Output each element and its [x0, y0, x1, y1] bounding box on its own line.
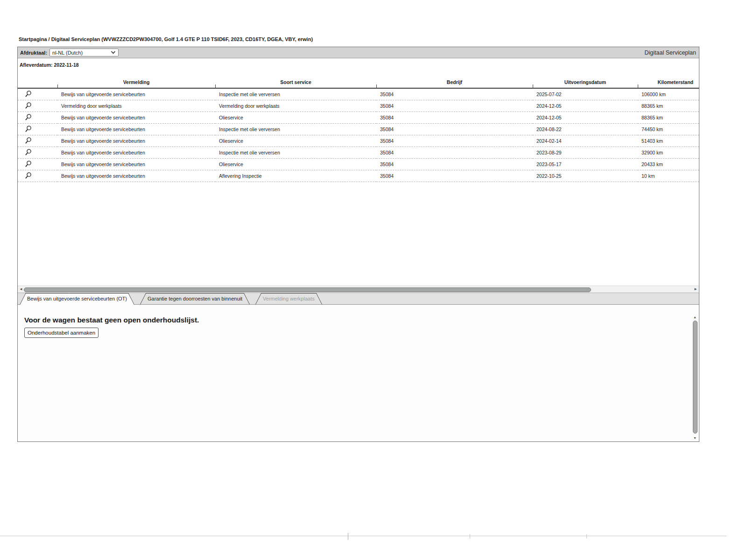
- table-row[interactable]: Bewijs van uitgevoerde servicebeurten Af…: [18, 170, 699, 182]
- cell-icon: [18, 100, 57, 112]
- cell-bedrijf: 35084: [376, 100, 533, 112]
- magnifier-icon[interactable]: [24, 137, 32, 145]
- cell-bedrijf: 35084: [376, 124, 533, 135]
- cell-uitvoeringsdatum: 2022-10-25: [533, 170, 638, 182]
- cell-vermelding: Bewijs van uitgevoerde servicebeurten: [57, 147, 215, 159]
- tab-workshop-note: Vermelding werkplaats: [255, 293, 322, 304]
- vertical-scrollbar-track[interactable]: [692, 320, 698, 436]
- table-row[interactable]: Bewijs van uitgevoerde servicebeurten In…: [18, 88, 699, 100]
- cell-kilometerstand: 51403 km: [638, 135, 699, 147]
- cell-soort-service: Olieservice: [215, 135, 376, 147]
- cell-icon: [18, 135, 57, 147]
- vertical-scrollbar-thumb[interactable]: [693, 321, 698, 434]
- cell-uitvoeringsdatum: 2024-12-05: [533, 100, 638, 112]
- tab-service-history[interactable]: Bewijs van uitgevoerde servicebeurten (O…: [20, 293, 134, 304]
- scroll-down-icon[interactable]: ▼: [693, 436, 697, 441]
- magnifier-icon[interactable]: [24, 90, 32, 98]
- scan-artifact-tick: [586, 534, 587, 539]
- tab-label: Bewijs van uitgevoerde servicebeurten (O…: [27, 296, 127, 301]
- cell-vermelding: Bewijs van uitgevoerde servicebeurten: [57, 135, 215, 147]
- service-history-table: Vermelding Soort service Bedrijf Uitvoer…: [18, 71, 699, 182]
- cell-bedrijf: 35084: [376, 88, 533, 100]
- horizontal-scrollbar[interactable]: ◄ ►: [18, 286, 699, 293]
- scan-artifact-line: [0, 536, 726, 536]
- magnifier-icon[interactable]: [24, 148, 32, 156]
- cell-bedrijf: 35084: [376, 112, 533, 124]
- titlebar: Afdruktaal: nl-NL (Dutch) Digitaal Servi…: [18, 47, 699, 58]
- cell-kilometerstand: 32900 km: [638, 147, 699, 159]
- scan-artifact-tick: [470, 534, 470, 539]
- table-header-row: Vermelding Soort service Bedrijf Uitvoer…: [18, 71, 699, 88]
- magnifier-icon[interactable]: [24, 172, 32, 180]
- vertical-scrollbar[interactable]: ▲ ▼: [692, 315, 698, 441]
- table-row[interactable]: Vermelding door werkplaats Vermelding do…: [18, 100, 699, 112]
- cell-vermelding: Bewijs van uitgevoerde servicebeurten: [57, 159, 215, 170]
- cell-soort-service: Olieservice: [215, 112, 376, 124]
- cell-icon: [18, 159, 57, 170]
- cell-soort-service: Vermelding door werkplaats: [215, 100, 376, 112]
- cell-uitvoeringsdatum: 2023-08-29: [533, 147, 638, 159]
- tab-rust-warranty[interactable]: Garantie tegen doorroesten van binnenuit: [140, 293, 250, 304]
- magnifier-icon[interactable]: [24, 102, 32, 110]
- table-row[interactable]: Bewijs van uitgevoerde servicebeurten Ol…: [18, 135, 699, 147]
- cell-kilometerstand: 10 km: [638, 170, 699, 182]
- cell-vermelding: Bewijs van uitgevoerde servicebeurten: [57, 170, 215, 182]
- cell-soort-service: Olieservice: [215, 159, 376, 170]
- cell-bedrijf: 35084: [376, 159, 533, 170]
- scroll-left-icon[interactable]: ◄: [19, 286, 23, 293]
- cell-kilometerstand: 88365 km: [638, 100, 699, 112]
- table-empty-area: [18, 182, 699, 286]
- cell-kilometerstand: 74450 km: [638, 124, 699, 135]
- service-table-body: Bewijs van uitgevoerde servicebeurten In…: [18, 88, 699, 182]
- scan-artifact-tick: [348, 533, 348, 540]
- tab-label: Garantie tegen doorroesten van binnenuit: [148, 296, 242, 301]
- no-open-maintenance-message: Voor de wagen bestaat geen open onderhou…: [24, 316, 686, 324]
- cell-uitvoeringsdatum: 2024-08-22: [533, 124, 638, 135]
- cell-icon: [18, 88, 57, 100]
- cell-kilometerstand: 20433 km: [638, 159, 699, 170]
- cell-bedrijf: 35084: [376, 147, 533, 159]
- magnifier-icon[interactable]: [24, 160, 32, 168]
- col-header-soort-service: Soort service: [215, 71, 376, 88]
- cell-icon: [18, 112, 57, 124]
- app-title: Digitaal Serviceplan: [645, 49, 696, 56]
- col-header-vermelding: Vermelding: [57, 71, 215, 88]
- col-header-bedrijf: Bedrijf: [376, 71, 533, 88]
- tab-label: Vermelding werkplaats: [263, 296, 315, 301]
- cell-vermelding: Bewijs van uitgevoerde servicebeurten: [57, 124, 215, 135]
- cell-icon: [18, 147, 57, 159]
- cell-uitvoeringsdatum: 2025-07-02: [533, 88, 638, 100]
- cell-bedrijf: 35084: [376, 135, 533, 147]
- cell-soort-service: Inspectie met olie verversen: [215, 88, 376, 100]
- print-language-select[interactable]: nl-NL (Dutch): [49, 49, 119, 56]
- cell-vermelding: Vermelding door werkplaats: [57, 100, 215, 112]
- table-row[interactable]: Bewijs van uitgevoerde servicebeurten In…: [18, 147, 699, 159]
- magnifier-icon[interactable]: [24, 125, 32, 133]
- cell-bedrijf: 35084: [376, 170, 533, 182]
- cell-vermelding: Bewijs van uitgevoerde servicebeurten: [57, 88, 215, 100]
- cell-uitvoeringsdatum: 2024-02-14: [533, 135, 638, 147]
- breadcrumb[interactable]: Startpagina / Digitaal Serviceplan (WVWZ…: [19, 36, 313, 42]
- print-language-value: nl-NL (Dutch): [52, 50, 83, 56]
- cell-vermelding: Bewijs van uitgevoerde servicebeurten: [57, 112, 215, 124]
- col-header-icon: [18, 71, 57, 88]
- chevron-down-icon: [111, 51, 116, 54]
- cell-kilometerstand: 106000 km: [638, 88, 699, 100]
- scroll-right-icon[interactable]: ►: [693, 286, 698, 293]
- create-maintenance-table-button[interactable]: Onderhoudstabel aanmaken: [24, 328, 99, 338]
- table-row[interactable]: Bewijs van uitgevoerde servicebeurten In…: [18, 124, 699, 135]
- table-row[interactable]: Bewijs van uitgevoerde servicebeurten Ol…: [18, 112, 699, 124]
- horizontal-scrollbar-thumb[interactable]: [24, 287, 591, 292]
- cell-soort-service: Aflevering Inspectie: [215, 170, 376, 182]
- cell-icon: [18, 170, 57, 182]
- horizontal-scrollbar-track[interactable]: [23, 287, 693, 292]
- magnifier-icon[interactable]: [24, 113, 32, 121]
- open-maintenance-panel: Voor de wagen bestaat geen open onderhou…: [18, 305, 699, 441]
- scroll-up-icon[interactable]: ▲: [693, 315, 697, 320]
- cell-soort-service: Inspectie met olie verversen: [215, 147, 376, 159]
- table-row[interactable]: Bewijs van uitgevoerde servicebeurten Ol…: [18, 159, 699, 170]
- cell-kilometerstand: 88365 km: [638, 112, 699, 124]
- cell-icon: [18, 124, 57, 135]
- col-header-kilometerstand: Kilometerstand: [638, 71, 699, 88]
- tab-bar: Bewijs van uitgevoerde servicebeurten (O…: [18, 293, 699, 305]
